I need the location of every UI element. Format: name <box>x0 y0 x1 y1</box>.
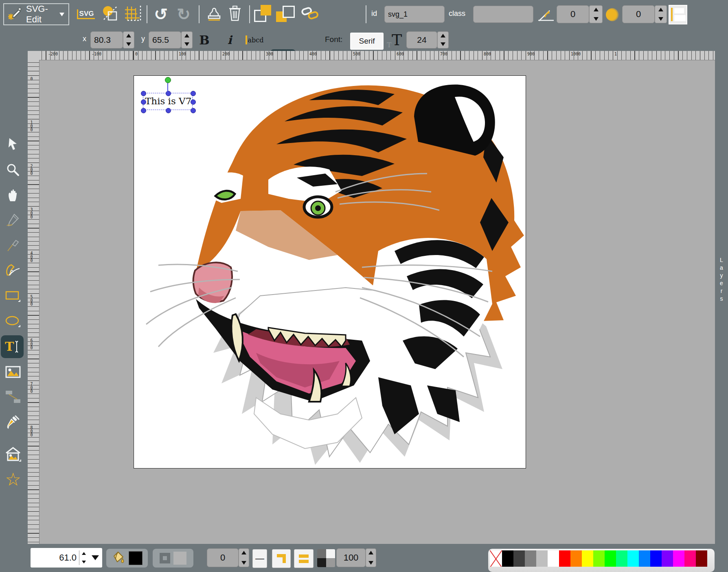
spinner-up-icon[interactable] <box>126 34 131 37</box>
pan-tool-button[interactable] <box>2 184 24 207</box>
spinner-up-icon[interactable] <box>594 8 599 11</box>
y-spinner[interactable] <box>181 31 193 48</box>
image-tool-button[interactable] <box>2 361 24 383</box>
stroke-linecap-button[interactable] <box>294 549 314 568</box>
editor-preferences-button[interactable] <box>122 4 143 24</box>
path-tool-button[interactable] <box>2 260 24 282</box>
clone-button[interactable] <box>204 4 225 24</box>
palette-swatch[interactable] <box>570 550 582 567</box>
spinner-down-icon[interactable] <box>184 42 189 46</box>
palette-swatch[interactable] <box>639 550 650 567</box>
layers-panel-strip[interactable]: Layers <box>715 51 728 544</box>
x-spinner[interactable] <box>123 31 134 48</box>
selection-handle-n[interactable] <box>166 91 171 96</box>
palette-swatch[interactable] <box>673 550 684 567</box>
spinner-up-icon[interactable] <box>368 551 373 554</box>
font-family-button[interactable]: Serif <box>350 33 384 50</box>
stroke-width-spinner[interactable] <box>239 548 249 567</box>
palette-swatch[interactable] <box>593 550 605 567</box>
spinner-up-icon[interactable] <box>184 34 189 37</box>
text-tool-button[interactable]: T <box>1 335 24 358</box>
spinner-up-icon[interactable] <box>441 34 445 37</box>
palette-swatch[interactable] <box>627 550 639 567</box>
palette-swatch[interactable] <box>684 550 696 567</box>
svg-canvas[interactable]: This is V7 <box>134 75 526 469</box>
palette-swatch[interactable] <box>525 550 536 567</box>
id-input[interactable] <box>384 6 445 23</box>
palette-swatch[interactable] <box>605 550 616 567</box>
connector-tool-button[interactable] <box>2 386 24 409</box>
y-input[interactable] <box>149 31 181 48</box>
make-hyperlink-button[interactable] <box>300 5 320 24</box>
delete-button[interactable] <box>225 4 245 24</box>
palette-swatch[interactable] <box>582 550 593 567</box>
spinner-down-icon[interactable] <box>241 561 246 565</box>
palette-swatch[interactable] <box>502 550 513 567</box>
selection-handle-nw[interactable] <box>141 91 146 96</box>
line-tool-button[interactable] <box>2 234 24 257</box>
font-size-input[interactable] <box>406 31 437 48</box>
palette-swatch[interactable] <box>559 550 570 567</box>
palette-swatch[interactable] <box>662 550 673 567</box>
layers-panel-title[interactable]: Layers <box>718 257 725 303</box>
spinner-down-icon[interactable] <box>594 17 599 21</box>
spinner-down-icon[interactable] <box>658 17 663 21</box>
redo-button[interactable]: ↻ <box>173 3 194 25</box>
zoom-dropdown-icon[interactable] <box>92 555 99 560</box>
canvas-text-element[interactable]: This is V7 <box>145 96 191 106</box>
zoom-tool-button[interactable] <box>2 158 24 181</box>
spinner-up-icon[interactable] <box>241 551 246 554</box>
spinner-up-icon[interactable] <box>82 552 86 555</box>
selection-handle-se[interactable] <box>191 108 196 113</box>
selection-handle-e[interactable] <box>191 99 196 105</box>
opacity-spinner[interactable] <box>366 548 376 567</box>
zoom-spinner[interactable] <box>79 550 88 566</box>
main-menu-button[interactable]: SVG-Edit <box>3 3 69 25</box>
angle-input[interactable] <box>557 5 589 23</box>
rect-tool-button[interactable] <box>2 285 24 308</box>
spinner-up-icon[interactable] <box>658 8 663 11</box>
editor-panel-button[interactable] <box>669 5 687 24</box>
palette-swatch[interactable] <box>536 550 548 567</box>
spinner-down-icon[interactable] <box>368 561 373 565</box>
selection-handle-sw[interactable] <box>141 108 146 113</box>
blur-input[interactable] <box>622 5 655 23</box>
source-editor-button[interactable]: SVG <box>75 5 97 24</box>
ellipse-tool-button[interactable] <box>2 310 24 333</box>
text-anchor-start-button[interactable]: abcd <box>244 30 267 50</box>
move-to-top-button[interactable] <box>254 5 273 24</box>
angle-spinner[interactable] <box>589 5 603 23</box>
stroke-style-button[interactable]: — <box>252 549 267 568</box>
spinner-down-icon[interactable] <box>441 42 445 46</box>
spinner-down-icon[interactable] <box>126 42 131 46</box>
selection-handle-s[interactable] <box>166 108 171 113</box>
move-to-bottom-button[interactable] <box>276 5 295 24</box>
select-tool-button[interactable] <box>2 133 24 156</box>
shape-library-tool-button[interactable] <box>2 443 24 466</box>
opacity-input[interactable] <box>336 548 366 567</box>
rotate-handle[interactable] <box>165 77 171 83</box>
palette-none-swatch[interactable] <box>490 550 502 567</box>
palette-swatch[interactable] <box>548 550 559 567</box>
italic-button[interactable]: i <box>220 30 239 50</box>
blur-spinner[interactable] <box>655 5 667 23</box>
stroke-width-input[interactable] <box>207 548 239 567</box>
palette-swatch[interactable] <box>616 550 627 567</box>
spinner-down-icon[interactable] <box>82 561 86 563</box>
class-input[interactable] <box>473 6 533 23</box>
selection-handle-w[interactable] <box>141 99 146 105</box>
x-input[interactable] <box>90 31 123 48</box>
document-properties-button[interactable] <box>99 4 121 24</box>
undo-button[interactable]: ↺ <box>151 3 171 25</box>
selection-handle-ne[interactable] <box>191 91 196 96</box>
palette-swatch[interactable] <box>650 550 662 567</box>
palette-swatch[interactable] <box>696 550 707 567</box>
star-tool-button[interactable]: ☆ <box>2 468 24 491</box>
font-size-spinner[interactable] <box>437 31 449 48</box>
bold-button[interactable]: B <box>195 30 214 50</box>
palette-swatch[interactable] <box>513 550 525 567</box>
stroke-linejoin-button[interactable] <box>272 549 291 568</box>
eyedropper-tool-button[interactable] <box>2 411 24 434</box>
stroke-color-swatch[interactable] <box>173 552 186 565</box>
pencil-tool-button[interactable] <box>2 209 24 232</box>
